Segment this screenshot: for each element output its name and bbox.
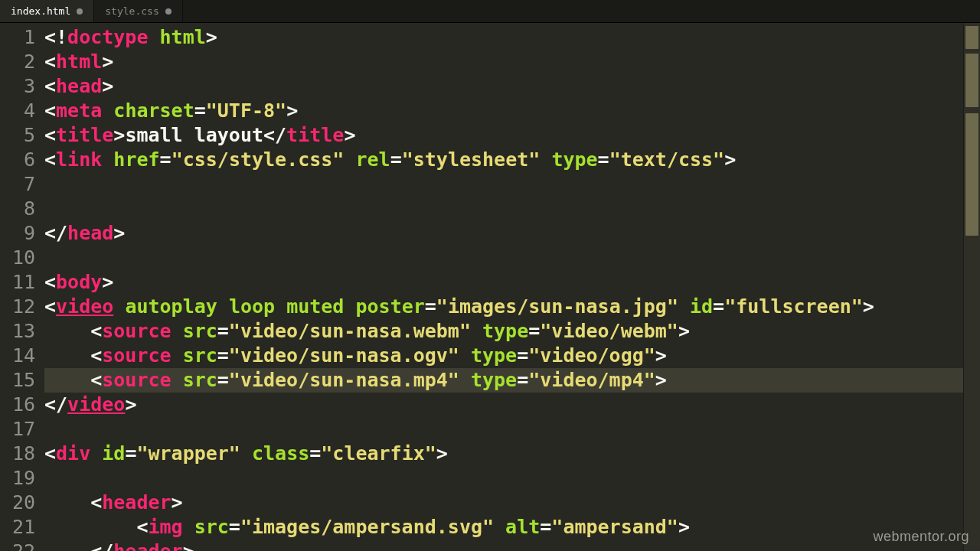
code-line[interactable]: <source src="video/sun-nasa.mp4" type="v… xyxy=(44,368,963,393)
minimap[interactable] xyxy=(963,23,980,551)
line-number-gutter: 12345678910111213141516171819202122 xyxy=(0,23,44,551)
code-line[interactable]: <img src="images/ampersand.svg" alt="amp… xyxy=(44,515,963,540)
code-line[interactable]: <source src="video/sun-nasa.webm" type="… xyxy=(44,319,963,344)
code-line[interactable] xyxy=(44,466,963,491)
line-number: 18 xyxy=(0,442,44,466)
line-number: 5 xyxy=(0,123,44,148)
line-number: 3 xyxy=(0,74,44,99)
code-area[interactable]: <!doctype html><html><head><meta charset… xyxy=(44,23,963,551)
line-number: 16 xyxy=(0,393,44,417)
code-line[interactable]: <source src="video/sun-nasa.ogv" type="v… xyxy=(44,344,963,368)
line-number: 10 xyxy=(0,246,44,270)
tab-index-html[interactable]: index.html xyxy=(0,0,94,22)
line-number: 8 xyxy=(0,197,44,221)
line-number: 19 xyxy=(0,466,44,491)
line-number: 22 xyxy=(0,540,44,551)
minimap-region xyxy=(965,113,978,236)
code-line[interactable]: <!doctype html> xyxy=(44,25,963,50)
code-line[interactable]: <div id="wrapper" class="clearfix"> xyxy=(44,442,963,466)
tab-style-css[interactable]: style.css xyxy=(94,0,182,22)
code-line[interactable]: </video> xyxy=(44,393,963,417)
code-line[interactable]: <meta charset="UTF-8"> xyxy=(44,99,963,123)
line-number: 12 xyxy=(0,295,44,319)
line-number: 4 xyxy=(0,99,44,123)
line-number: 6 xyxy=(0,148,44,172)
line-number: 7 xyxy=(0,172,44,197)
minimap-region xyxy=(965,26,978,49)
watermark-text: webmentor.org xyxy=(873,529,969,545)
code-line[interactable]: <body> xyxy=(44,270,963,295)
code-line[interactable]: <link href="css/style.css" rel="styleshe… xyxy=(44,148,963,172)
code-line[interactable]: </header> xyxy=(44,540,963,551)
code-line[interactable] xyxy=(44,197,963,221)
line-number: 1 xyxy=(0,25,44,50)
editor: 12345678910111213141516171819202122 <!do… xyxy=(0,23,980,551)
line-number: 15 xyxy=(0,368,44,393)
dirty-indicator-icon xyxy=(165,8,172,15)
line-number: 13 xyxy=(0,319,44,344)
line-number: 21 xyxy=(0,515,44,540)
tab-label: style.css xyxy=(105,5,158,17)
code-line[interactable]: <title>small layout</title> xyxy=(44,123,963,148)
line-number: 2 xyxy=(0,50,44,74)
line-number: 11 xyxy=(0,270,44,295)
tab-bar: index.html style.css xyxy=(0,0,980,23)
minimap-region xyxy=(965,54,978,107)
dirty-indicator-icon xyxy=(77,8,83,15)
code-line[interactable]: <head> xyxy=(44,74,963,99)
tab-label: index.html xyxy=(11,5,70,17)
line-number: 9 xyxy=(0,221,44,246)
code-line[interactable] xyxy=(44,246,963,270)
line-number: 14 xyxy=(0,344,44,368)
code-line[interactable] xyxy=(44,417,963,442)
code-line[interactable]: <header> xyxy=(44,491,963,515)
code-line[interactable]: <html> xyxy=(44,50,963,74)
code-line[interactable]: <video autoplay loop muted poster="image… xyxy=(44,295,963,319)
code-line[interactable]: </head> xyxy=(44,221,963,246)
code-line[interactable] xyxy=(44,172,963,197)
line-number: 17 xyxy=(0,417,44,442)
line-number: 20 xyxy=(0,491,44,515)
